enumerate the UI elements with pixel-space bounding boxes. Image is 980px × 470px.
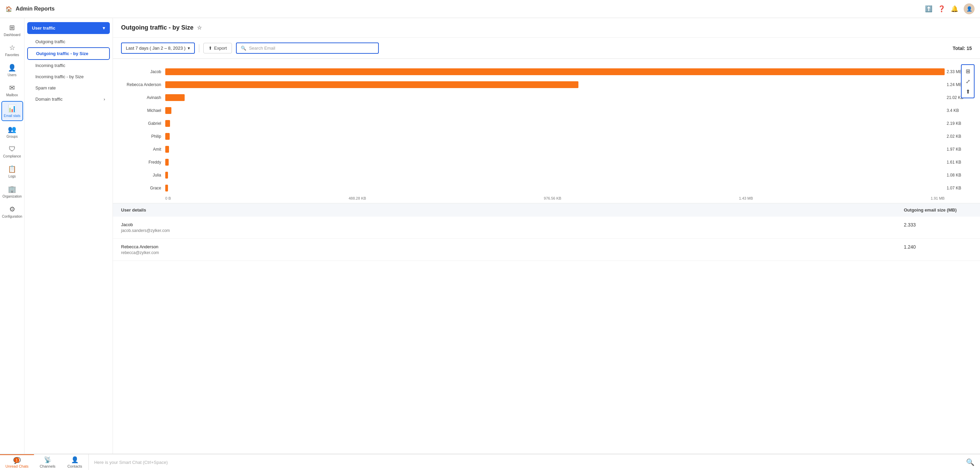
channels-icon: 📡 xyxy=(44,456,51,464)
sidebar-incoming-traffic[interactable]: Incoming traffic xyxy=(27,60,110,71)
bar-value: 1.07 KB xyxy=(947,186,970,190)
sidebar-item-compliance[interactable]: 🛡 Compliance xyxy=(2,142,23,161)
unread-chats-label: Unread Chats xyxy=(5,464,29,468)
sidebar-outgoing-traffic[interactable]: Outgoing traffic xyxy=(27,36,110,47)
bar-row: Philip 2.02 KB xyxy=(165,132,945,141)
x-axis-label: 1.91 MB xyxy=(931,196,945,200)
sidebar-item-dashboard[interactable]: ⊞ Dashboard xyxy=(2,21,23,40)
chevron-down-icon: ▾ xyxy=(188,46,190,51)
user-traffic-section[interactable]: User traffic ▾ xyxy=(27,22,110,34)
filter-bar: Last 7 days ( Jan 2 – 8, 2023 ) ▾ ⬆ Expo… xyxy=(113,38,980,59)
tab-contacts[interactable]: 👤 Contacts xyxy=(61,454,88,470)
star-icon[interactable]: ☆ xyxy=(197,24,202,31)
bar-row: Julia 1.08 KB xyxy=(165,170,945,180)
bar-value: 2.19 KB xyxy=(947,121,970,126)
col-user-cell: Jacob jacob.sanders@zylker.com xyxy=(121,222,904,233)
sidebar-item-users[interactable]: 👤 Users xyxy=(2,61,23,80)
user-name: Rebecca Anderson xyxy=(121,244,904,249)
total-count: Total: 15 xyxy=(953,46,972,51)
bar-fill xyxy=(165,133,170,140)
sidebar-item-email-stats[interactable]: 📊 Email stats xyxy=(2,101,23,121)
bar-row: Grace 1.07 KB xyxy=(165,183,945,193)
grid-view-icon[interactable]: ⊞ xyxy=(963,66,972,76)
sidebar-item-mailbox[interactable]: ✉ Mailbox xyxy=(2,81,23,100)
compliance-icon: 🛡 xyxy=(9,145,16,153)
sidebar-item-groups[interactable]: 👥 Groups xyxy=(2,123,23,141)
bar-fill xyxy=(165,172,168,178)
user-traffic-label: User traffic xyxy=(32,25,56,30)
bar-track: 21.02 KB xyxy=(165,94,945,101)
bottom-search-icon[interactable]: 🔍 xyxy=(961,458,980,466)
bar-label: Julia xyxy=(121,173,164,177)
bottom-bar: 💬 1 Unread Chats 📡 Channels 👤 Contacts H… xyxy=(0,454,980,470)
sidebar-item-configuration[interactable]: ⚙ Configuration xyxy=(2,202,23,221)
bar-label: Amit xyxy=(121,147,164,152)
bar-track: 2.33 MB xyxy=(165,69,945,75)
email-stats-icon: 📊 xyxy=(8,104,16,113)
smart-chat-bar[interactable]: Here is your Smart Chat (Ctrl+Space) xyxy=(88,454,961,470)
bar-value: 1.08 KB xyxy=(947,173,970,177)
sidebar-domain-traffic[interactable]: Domain traffic › xyxy=(27,94,110,105)
x-axis-label: 976.56 KB xyxy=(544,196,561,200)
bar-label: Philip xyxy=(121,134,164,139)
col-user-header: User details xyxy=(121,207,904,213)
export-icon: ⬆ xyxy=(208,46,212,51)
unread-badge: 1 xyxy=(14,457,19,463)
groups-icon: 👥 xyxy=(8,125,16,133)
bar-label: Jacob xyxy=(121,69,164,74)
sidebar-spam-rate[interactable]: Spam rate xyxy=(27,82,110,94)
table-header: User details Outgoing email size (MB) xyxy=(113,203,980,217)
search-email-box[interactable]: 🔍 Search Email xyxy=(236,43,379,54)
smart-chat-placeholder: Here is your Smart Chat (Ctrl+Space) xyxy=(94,460,168,465)
notification-icon[interactable]: 🔔 xyxy=(951,5,958,13)
sidebar-item-favorites[interactable]: ☆ Favorites xyxy=(2,41,23,59)
bar-row: Gabriel 2.19 KB xyxy=(165,119,945,128)
mailbox-icon: ✉ xyxy=(9,84,15,92)
app-title: Admin Reports xyxy=(16,6,55,12)
tab-unread-chats[interactable]: 💬 1 Unread Chats xyxy=(0,454,34,470)
upload-icon[interactable]: ⬆️ xyxy=(925,5,932,13)
bar-label: Michael xyxy=(121,108,164,113)
user-name: Jacob xyxy=(121,222,904,227)
table-row: Jacob jacob.sanders@zylker.com 2.333 xyxy=(113,217,980,239)
organization-icon: 🏢 xyxy=(8,185,16,193)
share-icon[interactable]: ⬆ xyxy=(963,87,972,96)
sidebar-item-organization[interactable]: 🏢 Organization xyxy=(2,182,23,201)
sidebar-outgoing-traffic-by-size[interactable]: Outgoing traffic - by Size xyxy=(27,47,110,60)
chart-overlay-icons: ⊞ ⤢ ⬆ xyxy=(961,64,975,98)
date-range-picker[interactable]: Last 7 days ( Jan 2 – 8, 2023 ) ▾ xyxy=(121,43,195,54)
chevron-down-icon: ▾ xyxy=(103,25,105,30)
bar-track: 2.02 KB xyxy=(165,133,945,140)
bar-value: 2.02 KB xyxy=(947,134,970,139)
dashboard-icon: ⊞ xyxy=(9,24,15,32)
bar-track: 2.19 KB xyxy=(165,120,945,127)
chart-inner: Jacob 2.33 MB Rebecca Anderson 1.24 MB A… xyxy=(121,67,972,200)
search-icon: 🔍 xyxy=(241,46,246,51)
bar-value: 1.61 KB xyxy=(947,160,970,165)
app-logo: 🏠 Admin Reports xyxy=(5,6,94,12)
bar-row: Rebecca Anderson 1.24 MB xyxy=(165,80,945,89)
bar-label: Grace xyxy=(121,186,164,190)
bar-fill xyxy=(165,94,185,101)
report-header: Outgoing traffic - by Size ☆ xyxy=(113,18,980,38)
bar-fill xyxy=(165,81,578,88)
avatar[interactable]: 👤 xyxy=(964,3,975,14)
channels-label: Channels xyxy=(40,464,56,468)
table-section: User details Outgoing email size (MB) Ja… xyxy=(113,203,980,261)
chevron-right-icon: › xyxy=(104,97,105,102)
help-icon[interactable]: ❓ xyxy=(938,5,945,13)
user-email: rebecca@zylker.com xyxy=(121,250,904,255)
export-button[interactable]: ⬆ Export xyxy=(204,43,232,53)
bar-track: 1.08 KB xyxy=(165,172,945,178)
contacts-label: Contacts xyxy=(67,464,82,468)
x-axis-label: 488.28 KB xyxy=(348,196,366,200)
tab-channels[interactable]: 📡 Channels xyxy=(34,454,61,470)
contacts-icon: 👤 xyxy=(71,456,78,464)
expand-icon[interactable]: ⤢ xyxy=(963,76,972,86)
bar-row: Freddy 1.61 KB xyxy=(165,158,945,167)
sidebar-incoming-traffic-by-size[interactable]: Incoming traffic - by Size xyxy=(27,71,110,82)
logo-icon: 🏠 xyxy=(5,6,12,12)
bar-label: Freddy xyxy=(121,160,164,165)
sidebar-item-logs[interactable]: 📋 Logs xyxy=(2,162,23,181)
col-size-cell: 2.333 xyxy=(904,222,972,233)
